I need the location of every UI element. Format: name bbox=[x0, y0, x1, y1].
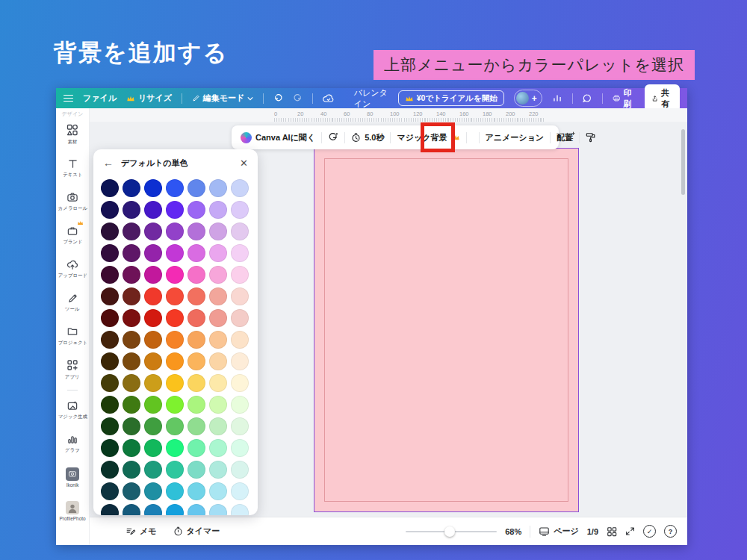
color-swatch[interactable] bbox=[187, 482, 205, 500]
back-icon[interactable]: ← bbox=[103, 157, 114, 169]
color-swatch[interactable] bbox=[123, 352, 140, 370]
color-swatch[interactable] bbox=[231, 223, 249, 240]
color-swatch[interactable] bbox=[209, 352, 227, 370]
edit-mode-menu[interactable]: 編集モード bbox=[192, 93, 254, 104]
color-swatch[interactable] bbox=[101, 309, 119, 327]
color-swatch[interactable] bbox=[231, 374, 249, 392]
color-swatch[interactable] bbox=[144, 244, 162, 262]
color-swatch[interactable] bbox=[166, 223, 184, 240]
color-swatch[interactable] bbox=[231, 396, 249, 414]
color-swatch[interactable] bbox=[166, 352, 184, 370]
color-swatch[interactable] bbox=[166, 504, 184, 515]
color-swatch[interactable] bbox=[187, 266, 205, 284]
color-swatch[interactable] bbox=[231, 504, 249, 515]
color-swatch[interactable] bbox=[209, 309, 227, 327]
color-swatch[interactable] bbox=[123, 223, 140, 240]
color-swatch[interactable] bbox=[209, 374, 227, 392]
color-swatch[interactable] bbox=[166, 461, 184, 479]
color-swatch[interactable] bbox=[166, 417, 184, 435]
color-swatch[interactable] bbox=[209, 396, 227, 414]
color-swatch[interactable] bbox=[144, 201, 162, 219]
color-swatch[interactable] bbox=[166, 179, 184, 197]
sidebar-item-ikonik[interactable]: Ikonik bbox=[56, 461, 89, 494]
toolbar-expand-icon[interactable] bbox=[565, 130, 575, 143]
color-swatch[interactable] bbox=[123, 439, 140, 457]
color-swatch[interactable] bbox=[144, 331, 162, 349]
file-menu[interactable]: ファイル bbox=[83, 93, 117, 104]
color-swatch[interactable] bbox=[187, 417, 205, 435]
fullscreen-button[interactable] bbox=[625, 526, 635, 536]
color-swatch[interactable] bbox=[123, 396, 140, 414]
color-swatch[interactable] bbox=[231, 179, 249, 197]
color-swatch[interactable] bbox=[209, 331, 227, 349]
zoom-slider-knob[interactable] bbox=[444, 526, 455, 537]
color-swatch[interactable] bbox=[101, 287, 119, 305]
color-swatch[interactable] bbox=[144, 461, 162, 479]
color-swatch[interactable] bbox=[209, 266, 227, 284]
color-swatch[interactable] bbox=[209, 482, 227, 500]
color-swatch[interactable] bbox=[187, 352, 205, 370]
grid-view-button[interactable] bbox=[607, 526, 617, 537]
color-swatch[interactable] bbox=[123, 417, 140, 435]
color-swatch[interactable] bbox=[187, 439, 205, 457]
color-swatch[interactable] bbox=[144, 287, 162, 305]
color-swatch[interactable] bbox=[187, 396, 205, 414]
color-swatch[interactable] bbox=[166, 309, 184, 327]
color-swatch[interactable] bbox=[187, 331, 205, 349]
color-swatch[interactable] bbox=[101, 244, 119, 262]
color-swatch[interactable] bbox=[123, 461, 140, 479]
color-swatch[interactable] bbox=[123, 331, 140, 349]
color-swatch[interactable] bbox=[123, 201, 140, 219]
color-swatch[interactable] bbox=[144, 439, 162, 457]
magic-background-button[interactable]: マジック背景 bbox=[397, 132, 459, 143]
color-swatch[interactable] bbox=[101, 179, 119, 197]
color-swatch[interactable] bbox=[123, 287, 140, 305]
zoom-slider[interactable] bbox=[406, 531, 497, 532]
color-swatch[interactable] bbox=[144, 504, 162, 515]
status-check-icon[interactable]: ✓ bbox=[643, 525, 656, 538]
color-swatch[interactable] bbox=[101, 504, 119, 515]
color-swatch[interactable] bbox=[231, 201, 249, 219]
print-button[interactable]: 印刷 bbox=[613, 87, 635, 110]
redo-button[interactable] bbox=[293, 93, 303, 103]
sidebar-item-tools[interactable]: ツール bbox=[56, 286, 89, 320]
trial-button[interactable]: ¥0でトライアルを開始 bbox=[398, 90, 504, 106]
color-swatch[interactable] bbox=[166, 266, 184, 284]
duration-button[interactable]: 5.0秒 bbox=[351, 132, 384, 143]
sidebar-item-magic-media[interactable]: マジック生成 bbox=[56, 393, 89, 427]
color-swatch[interactable] bbox=[187, 287, 205, 305]
color-swatch[interactable] bbox=[123, 244, 140, 262]
sidebar-item-projects[interactable]: プロジェクト bbox=[56, 320, 89, 353]
color-swatch[interactable] bbox=[144, 223, 162, 240]
color-swatch[interactable] bbox=[166, 439, 184, 457]
color-swatch[interactable] bbox=[187, 179, 205, 197]
color-swatch[interactable] bbox=[123, 374, 140, 392]
paint-roller-button[interactable] bbox=[586, 132, 596, 143]
canvas-page[interactable] bbox=[314, 148, 579, 512]
pages-button[interactable]: ページ bbox=[539, 526, 579, 537]
sidebar-item-profilephoto[interactable]: ProfilePhoto bbox=[56, 494, 89, 528]
account-pill[interactable]: + bbox=[514, 90, 542, 107]
project-name[interactable]: バレンタイン bbox=[354, 87, 388, 110]
animation-button[interactable]: アニメーション bbox=[486, 132, 545, 143]
color-swatch[interactable] bbox=[209, 417, 227, 435]
color-swatch[interactable] bbox=[166, 287, 184, 305]
vertical-scrollbar[interactable] bbox=[681, 129, 685, 195]
color-swatch[interactable] bbox=[231, 309, 249, 327]
sidebar-item-charts[interactable]: グラフ bbox=[56, 427, 89, 461]
regenerate-button[interactable] bbox=[328, 132, 338, 143]
color-swatch[interactable] bbox=[144, 482, 162, 500]
color-swatch[interactable] bbox=[187, 201, 205, 219]
color-swatch[interactable] bbox=[209, 439, 227, 457]
color-swatch[interactable] bbox=[101, 396, 119, 414]
hamburger-menu-icon[interactable] bbox=[63, 95, 73, 102]
color-swatch[interactable] bbox=[209, 504, 227, 515]
color-swatch[interactable] bbox=[187, 244, 205, 262]
color-swatch[interactable] bbox=[166, 482, 184, 500]
color-swatch[interactable] bbox=[187, 374, 205, 392]
color-swatch[interactable] bbox=[101, 461, 119, 479]
color-swatch[interactable] bbox=[209, 244, 227, 262]
ask-canva-ai-button[interactable]: Canva AIに聞く bbox=[241, 132, 315, 143]
color-swatch[interactable] bbox=[144, 179, 162, 197]
color-swatch[interactable] bbox=[123, 504, 140, 515]
